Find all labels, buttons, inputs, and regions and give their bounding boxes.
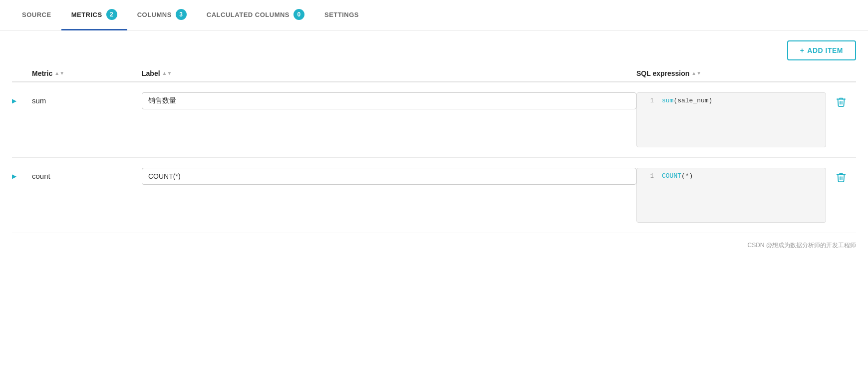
expand-row2-arrow[interactable]: ▶ — [12, 168, 32, 180]
tab-columns-badge: 3 — [176, 9, 187, 20]
row2-sql-line-number: 1 — [642, 172, 654, 180]
row2-sql-args: (*) — [681, 172, 693, 180]
row2-label-cell — [142, 168, 636, 185]
row2-label-input[interactable] — [142, 168, 636, 185]
row1-sql-line-number: 1 — [642, 97, 654, 104]
row1-sql-line: 1 sum(sale_num) — [637, 93, 826, 108]
sql-col-header: SQL expression ▲▼ — [636, 69, 826, 77]
tab-calculated-columns-label: CALCULATED COLUMNS — [207, 11, 289, 18]
row2-sql-line: 1 COUNT(*) — [637, 168, 826, 184]
tab-calculated-columns-badge: 0 — [293, 9, 304, 20]
expand-row1-arrow[interactable]: ▶ — [12, 92, 32, 104]
row1-sql-args: (sale_num) — [673, 97, 712, 104]
tabs-bar: SOURCE METRICS 2 COLUMNS 3 CALCULATED CO… — [0, 0, 868, 30]
table-row: ▶ sum 1 sum(sale_num) — [12, 82, 856, 158]
table-row: ▶ count 1 COUNT(*) — [12, 158, 856, 233]
plus-icon: + — [800, 46, 805, 54]
tab-calculated-columns[interactable]: CALCULATED COLUMNS 0 — [197, 0, 314, 30]
tab-metrics-label: METRICS — [71, 11, 102, 18]
footer-text: CSDN @想成为数据分析师的开发工程师 — [747, 242, 856, 249]
tab-columns[interactable]: COLUMNS 3 — [127, 0, 197, 30]
sql-sort-icon[interactable]: ▲▼ — [691, 71, 701, 76]
row2-sql-editor[interactable]: 1 COUNT(*) — [636, 168, 826, 223]
row2-metric: count — [32, 168, 142, 180]
tab-source[interactable]: SOURCE — [12, 2, 61, 29]
tab-settings-label: SETTINGS — [324, 11, 359, 18]
tab-source-label: SOURCE — [22, 11, 51, 18]
trash-icon — [836, 172, 847, 183]
table-header: Metric ▲▼ Label ▲▼ SQL expression ▲▼ — [12, 65, 856, 82]
row1-label-cell — [142, 92, 636, 109]
tab-settings[interactable]: SETTINGS — [314, 2, 369, 29]
row1-delete-button[interactable] — [826, 92, 856, 107]
row2-sql-fn: COUNT — [662, 172, 681, 180]
tab-metrics-badge: 2 — [106, 9, 117, 20]
label-col-header: Label ▲▼ — [142, 69, 636, 77]
label-sort-icon[interactable]: ▲▼ — [162, 71, 172, 76]
toolbar: + ADD ITEM — [0, 30, 868, 65]
row2-delete-button[interactable] — [826, 168, 856, 183]
tab-metrics[interactable]: METRICS 2 — [61, 0, 127, 30]
metric-col-header: Metric ▲▼ — [32, 69, 142, 77]
trash-icon — [836, 96, 847, 107]
add-item-label: ADD ITEM — [807, 46, 843, 54]
tab-columns-label: COLUMNS — [137, 11, 172, 18]
row1-sql-editor[interactable]: 1 sum(sale_num) — [636, 92, 826, 147]
footer: CSDN @想成为数据分析师的开发工程师 — [0, 233, 868, 258]
row1-sql-fn: sum — [662, 97, 673, 104]
add-item-button[interactable]: + ADD ITEM — [787, 40, 856, 60]
row1-metric: sum — [32, 92, 142, 105]
metrics-table: Metric ▲▼ Label ▲▼ SQL expression ▲▼ ▶ s… — [0, 65, 868, 233]
row2-sql-code: COUNT(*) — [662, 172, 693, 180]
metric-sort-icon[interactable]: ▲▼ — [54, 71, 64, 76]
row1-sql-code: sum(sale_num) — [662, 97, 712, 104]
row1-label-input[interactable] — [142, 92, 636, 109]
